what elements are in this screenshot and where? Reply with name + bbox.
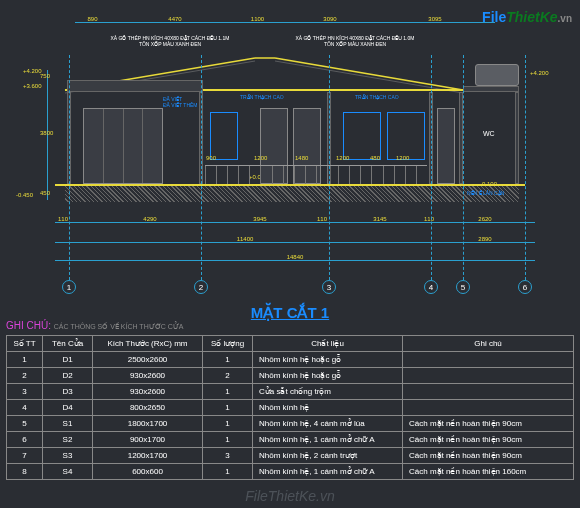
ceiling-label-1: TRẦN THẠCH CAO: [240, 94, 284, 100]
axis-line-6: [525, 55, 526, 280]
dim-vl-1: 3800: [40, 130, 53, 136]
dim-top-0: 890: [80, 16, 105, 22]
table-row: 4D4800x26501Nhôm kính hệ: [7, 400, 574, 416]
table-cell: [403, 400, 574, 416]
window-3: [387, 112, 425, 160]
table-row: 6S2900x17001Nhôm kính hệ, 1 cánh mở chữ …: [7, 432, 574, 448]
dim-vl-2: 450: [40, 190, 50, 196]
window-1: [210, 112, 238, 160]
table-cell: S2: [43, 432, 93, 448]
axis-line-5: [463, 55, 464, 280]
table-cell: Nhôm kính hệ, 4 cánh mở lùa: [253, 416, 403, 432]
table-cell: D3: [43, 384, 93, 400]
dim-win-3: 1200: [336, 155, 349, 161]
table-cell: D1: [43, 352, 93, 368]
ceiling-label-2: TRẦN THẠCH CAO: [355, 94, 399, 100]
window-2: [343, 112, 381, 160]
table-cell: 930x2600: [93, 384, 203, 400]
dim-top-1: 4470: [115, 16, 235, 22]
water-tank: [475, 64, 519, 86]
th-chat: Chất liệu: [253, 336, 403, 352]
table-cell: 800x2650: [93, 400, 203, 416]
th-kich: Kích Thước (RxC) mm: [93, 336, 203, 352]
foundation-hatch: [65, 186, 519, 202]
roof-note-left: XÀ GỒ THÉP HN KÍCH 40X80 ĐẶT CÁCH ĐỀU 1.…: [100, 35, 240, 47]
table-cell: Nhôm kính hệ, 1 cánh mở chữ A: [253, 464, 403, 480]
ghichu-label: GHI CHÚ: CÁC THÔNG SỐ VỀ KÍCH THƯỚC CỬA: [6, 320, 183, 331]
level-top: +4.200: [23, 68, 42, 74]
table-cell: D2: [43, 368, 93, 384]
tank-slab: [463, 86, 519, 92]
table-row: 2D2930x26002Nhôm kính hệ hoặc gỗ: [7, 368, 574, 384]
table-cell: Cửa sắt chống trộm: [253, 384, 403, 400]
dim-b3: 14840: [60, 254, 530, 260]
svg-line-2: [275, 58, 463, 90]
th-ten: Tên Cửa: [43, 336, 93, 352]
axis-1: 1: [62, 280, 76, 294]
table-cell: S1: [43, 416, 93, 432]
table-cell: Cách mặt nền hoàn thiện 90cm: [403, 448, 574, 464]
table-cell: 1: [203, 400, 253, 416]
right-note: NỀN Ế LÂN CẬN: [467, 190, 504, 196]
dim-win-0: 900: [206, 155, 216, 161]
drawing-area: FileThietKe.vn 890 4470 1100 3090 3095 X…: [0, 0, 580, 300]
dim-win-4: 480: [370, 155, 380, 161]
table-cell: 2500x2600: [93, 352, 203, 368]
axis-line-3: [329, 55, 330, 280]
table-cell: 1: [203, 432, 253, 448]
table-cell: 1: [203, 464, 253, 480]
th-stt: Số TT: [7, 336, 43, 352]
door-schedule-table: Số TT Tên Cửa Kích Thước (RxC) mm Số lượ…: [6, 335, 574, 480]
th-sl: Số lượng: [203, 336, 253, 352]
ghichu-subtext: CÁC THÔNG SỐ VỀ KÍCH THƯỚC CỬA: [54, 323, 184, 330]
table-cell: 1: [203, 416, 253, 432]
wc-label: WC: [483, 130, 495, 137]
level-top-r: +4.200: [530, 70, 549, 76]
logo-part-vn: .vn: [558, 13, 572, 24]
table-cell: D4: [43, 400, 93, 416]
table-row: 1D12500x26001Nhôm kính hệ hoặc gỗ: [7, 352, 574, 368]
axis-4: 4: [424, 280, 438, 294]
table-cell: [403, 384, 574, 400]
dim-b2-left: 11400: [60, 236, 430, 242]
table-cell: 3: [7, 384, 43, 400]
dim-top-4: 3095: [385, 16, 485, 22]
dim-top-2: 1100: [240, 16, 275, 22]
level-below: -0.450: [16, 192, 33, 198]
table-cell: 1200x1700: [93, 448, 203, 464]
table-cell: S4: [43, 464, 93, 480]
dim-top-3: 3090: [280, 16, 380, 22]
axis-line-4: [431, 55, 432, 280]
table-cell: Cách mặt nền hoàn thiện 90cm: [403, 416, 574, 432]
table-cell: 2: [7, 368, 43, 384]
th-ghichu: Ghi chú: [403, 336, 574, 352]
axis-6: 6: [518, 280, 532, 294]
table-cell: 930x2600: [93, 368, 203, 384]
dim-b1-1: 4290: [100, 216, 200, 222]
dim-b1-2: 3945: [210, 216, 310, 222]
table-header-row: Số TT Tên Cửa Kích Thước (RxC) mm Số lượ…: [7, 336, 574, 352]
axis-2: 2: [194, 280, 208, 294]
table-cell: Nhôm kính hệ hoặc gỗ: [253, 352, 403, 368]
dim-win-2: 1480: [295, 155, 308, 161]
logo-part-thiet: ThietKe: [506, 9, 557, 25]
table-cell: 5: [7, 416, 43, 432]
table-cell: Nhôm kính hệ, 2 cánh trượt: [253, 448, 403, 464]
dim-b1-6: 2620: [450, 216, 520, 222]
dim-win-5: 1200: [396, 155, 409, 161]
table-row: 7S31200x17003Nhôm kính hệ, 2 cánh trượtC…: [7, 448, 574, 464]
balustrade: [205, 165, 427, 184]
roof-note-right: XÀ GỒ THÉP HN KÍCH 40X80 ĐẶT CÁCH ĐỀU 1.…: [285, 35, 425, 47]
axis-line-1: [69, 55, 70, 280]
table-cell: Nhôm kính hệ, 1 cánh mở chữ A: [253, 432, 403, 448]
table-cell: Nhôm kính hệ hoặc gỗ: [253, 368, 403, 384]
dim-line-top: [75, 22, 495, 23]
table-row: 3D3930x26001Cửa sắt chống trộm: [7, 384, 574, 400]
building-section: TRẦN THẠCH CAO TRẦN THẠCH CAO: [55, 50, 525, 230]
dim-b2-right: 2890: [440, 236, 530, 242]
table-cell: 3: [203, 448, 253, 464]
dim-b1-5: 110: [424, 216, 434, 222]
axis-line-2: [201, 55, 202, 280]
cad-canvas: FileThietKe.vn 890 4470 1100 3090 3095 X…: [0, 0, 580, 508]
table-cell: [403, 368, 574, 384]
